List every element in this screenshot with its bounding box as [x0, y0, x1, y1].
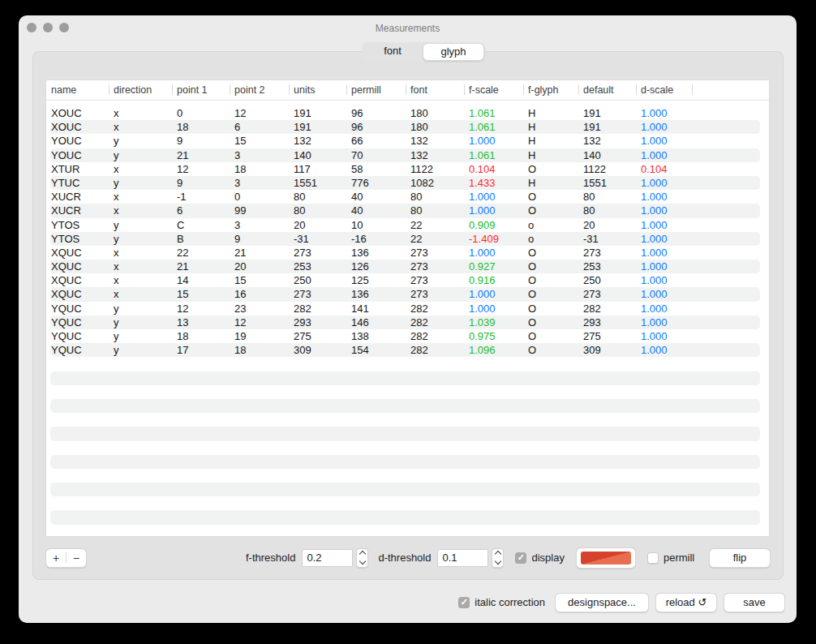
table-cell-d_scale: 1.000: [636, 134, 692, 148]
empty-table-row[interactable]: [46, 413, 769, 427]
empty-table-row[interactable]: [46, 357, 769, 371]
table-cell-f_glyph: o: [523, 232, 578, 246]
column-header: font: [406, 80, 464, 100]
empty-table-row[interactable]: [46, 399, 769, 413]
plus-icon: +: [53, 552, 59, 565]
table-cell-default: 80: [578, 190, 636, 204]
table-cell-units: 132: [289, 134, 346, 148]
table-cell-default: 253: [578, 260, 636, 273]
table-cell-units: 1551: [289, 176, 346, 190]
table-row[interactable]: XQUCx15162731362731.000O2731.000: [46, 287, 769, 301]
flip-button[interactable]: flip: [709, 548, 771, 568]
empty-table-row[interactable]: [46, 469, 769, 483]
tab-font[interactable]: font: [363, 43, 423, 59]
table-cell-units: 80: [289, 190, 346, 204]
table-row[interactable]: XQUCx14152501252730.916O2501.000: [46, 273, 769, 287]
empty-table-row[interactable]: [46, 371, 769, 385]
font-glyph-tab-control: font glyph: [362, 42, 485, 62]
empty-table-row[interactable]: [46, 427, 769, 440]
table-row[interactable]: YTOSyB9-31-1622-1.409o-311.000: [46, 232, 769, 246]
table-row[interactable]: XUCRx-108040801.000O801.000: [46, 190, 769, 204]
stepper-up-icon: [359, 551, 366, 557]
table-cell-f_glyph: H: [523, 148, 578, 162]
d-threshold-input[interactable]: [437, 549, 488, 567]
table-cell-direction: x: [109, 260, 172, 273]
table-row[interactable]: YOUCy915132661321.000H1321.000: [46, 134, 769, 148]
table-cell-name: YTOS: [46, 232, 109, 246]
table-cell-permill: 10: [346, 218, 406, 232]
table-row[interactable]: YTUCy93155177610821.433H15511.000: [46, 176, 769, 190]
f-threshold-input[interactable]: [302, 549, 353, 567]
table-row[interactable]: XQUCx22212731362731.000O2731.000: [46, 246, 769, 260]
table-cell-point1: B: [172, 232, 230, 246]
table-cell-default: 80: [578, 204, 636, 217]
italic-correction-checkbox[interactable]: ✓: [458, 597, 470, 608]
table-cell-f_scale: 1.000: [464, 246, 523, 260]
table-cell-point1: 18: [172, 120, 230, 134]
stepper-up-icon: [495, 551, 501, 557]
empty-table-row[interactable]: [46, 525, 769, 537]
table-cell-name: XUCR: [46, 204, 109, 217]
table-cell-direction: y: [109, 134, 172, 148]
table-row[interactable]: YQUCy17183091542821.096O3091.000: [46, 343, 769, 357]
tab-glyph[interactable]: glyph: [423, 43, 484, 61]
table-row[interactable]: XUCRx6998040801.000O801.000: [46, 204, 769, 217]
table-cell-f_scale: 1.000: [464, 134, 523, 148]
table-row[interactable]: YOUCy213140701321.061H1401.000: [46, 148, 769, 162]
table-cell-f_scale: 1.061: [464, 148, 523, 162]
empty-table-row[interactable]: [46, 483, 769, 496]
table-cell-point2: 3: [230, 148, 289, 162]
save-button[interactable]: save: [724, 593, 785, 612]
table-cell-permill: 776: [346, 176, 406, 190]
table-cell-units: 253: [289, 260, 346, 273]
table-cell-permill: 146: [346, 316, 406, 329]
d-threshold-stepper[interactable]: [492, 548, 504, 568]
table-cell-default: 293: [578, 316, 636, 329]
table-cell-d_scale: 0.104: [636, 162, 692, 176]
table-cell-direction: y: [109, 218, 172, 232]
table-row[interactable]: YQUCy18192751382820.975O2751.000: [46, 329, 769, 343]
table-cell-point2: 12: [230, 106, 289, 120]
reload-button[interactable]: reload ↺: [655, 593, 717, 612]
empty-table-row[interactable]: [46, 455, 769, 469]
empty-table-row[interactable]: [46, 510, 769, 524]
column-header: permill: [346, 80, 406, 100]
remove-row-button[interactable]: −: [67, 550, 86, 566]
table-cell-f_glyph: O: [523, 302, 578, 316]
table-cell-permill: 141: [346, 302, 406, 316]
italic-correction-label: italic correction: [475, 596, 545, 608]
table-cell-name: XQUC: [46, 260, 109, 273]
table-cell-point1: -1: [172, 190, 230, 204]
permill-checkbox[interactable]: [647, 552, 659, 564]
column-header: f-glyph: [523, 80, 578, 100]
f-threshold-stepper[interactable]: [356, 548, 368, 568]
table-body: XOUCx012191961801.061H1911.000XOUCx18619…: [46, 101, 769, 537]
empty-table-row[interactable]: [46, 496, 769, 510]
table-row[interactable]: YQUCy13122931462821.039O2931.000: [46, 316, 769, 329]
empty-table-row[interactable]: [46, 385, 769, 399]
table-cell-f_scale: 1.000: [464, 190, 523, 204]
empty-table-row[interactable]: [46, 441, 769, 455]
designspace-button[interactable]: designspace...: [555, 593, 649, 612]
table-cell-name: YQUC: [46, 316, 109, 329]
table-row[interactable]: XOUCx186191961801.061H1911.000: [46, 120, 769, 134]
table-cell-font: 282: [406, 302, 464, 316]
display-color-well[interactable]: [576, 547, 636, 569]
table-row[interactable]: YTOSyC32010220.909o201.000: [46, 218, 769, 232]
display-label: display: [531, 552, 564, 564]
table-row[interactable]: XOUCx012191961801.061H1911.000: [46, 106, 769, 120]
table-row[interactable]: XTURx12181175811220.104O11220.104: [46, 162, 769, 176]
table-row[interactable]: YQUCy12232821412821.000O2821.000: [46, 302, 769, 316]
add-row-button[interactable]: +: [46, 550, 66, 566]
table-cell-permill: 136: [346, 246, 406, 260]
table-cell-direction: y: [109, 148, 172, 162]
table-cell-f_scale: 1.039: [464, 316, 523, 329]
table-cell-point2: 0: [230, 190, 289, 204]
stepper-down-icon: [359, 558, 366, 565]
color-swatch: [581, 552, 631, 565]
display-checkbox[interactable]: ✓: [515, 552, 526, 564]
table-row[interactable]: XQUCx21202531262730.927O2531.000: [46, 260, 769, 273]
table-controls: + − f-threshold d-threshold ✓ display: [45, 547, 771, 568]
table-cell-point1: 15: [172, 287, 230, 301]
table-cell-permill: 138: [346, 329, 406, 343]
